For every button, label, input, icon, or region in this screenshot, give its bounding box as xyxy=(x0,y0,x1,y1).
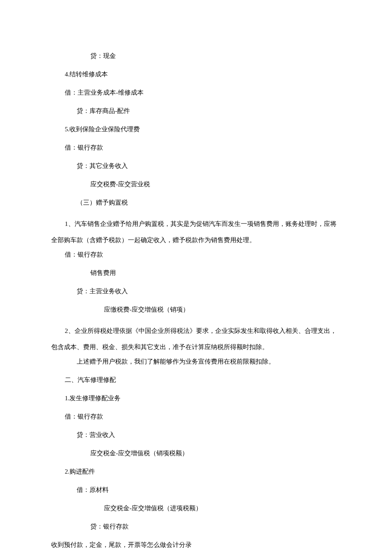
paragraph: 2、企业所得税处理依据《中国企业所得税法》要求，企业实际发生和取得收入相关、合理… xyxy=(51,323,341,355)
text-line: 贷：现金 xyxy=(51,51,341,61)
text-line: 借：主营业务成本-维修成本 xyxy=(51,88,341,98)
text-line: 销售费用 xyxy=(51,268,341,278)
paragraph: 1、汽车销售企业赠予给用户购置税，其实是为促销汽车而发生一项销售费用，账务处理时… xyxy=(51,216,341,248)
text-line: 5.收到保险企业保险代理费 xyxy=(51,124,341,134)
text-line: 贷：其它业务收入 xyxy=(51,161,341,171)
text-line: （三）赠予购置税 xyxy=(51,198,341,208)
text-line: 借：银行存款 xyxy=(51,250,341,260)
text-line: 二、汽车修理修配 xyxy=(51,375,341,385)
text-line: 1.发生修理修配业务 xyxy=(51,393,341,403)
text-line: 应缴税费-应交增值税（销项） xyxy=(51,305,341,315)
text-line: 贷：银行存款 xyxy=(51,522,341,532)
text-line: 借：银行存款 xyxy=(51,412,341,422)
text-line: 2.购进配件 xyxy=(51,467,341,477)
document-page: 贷：现金 4.结转维修成本 借：主营业务成本-维修成本 贷：库存商品-配件 5.… xyxy=(0,0,392,555)
text-line: 收到预付款，定金，尾款，开票等怎么做会计分录 xyxy=(51,540,341,550)
text-line: 贷：主营业务收入 xyxy=(51,286,341,296)
text-line: 应交税金-应交增值税（进项税额） xyxy=(51,503,341,513)
text-line: 贷：营业收入 xyxy=(51,430,341,440)
text-line: 借：银行存款 xyxy=(51,143,341,153)
text-line: 借：原材料 xyxy=(51,485,341,495)
text-line: 应交税费-应交营业税 xyxy=(51,179,341,189)
text-line: 应交税金-应交增值税（销项税额） xyxy=(51,448,341,458)
text-line: 贷：库存商品-配件 xyxy=(51,106,341,116)
text-line: 4.结转维修成本 xyxy=(51,69,341,79)
text-line: 上述赠予用户税款，我们了解能够作为业务宣传费用在税前限额扣除。 xyxy=(51,357,341,367)
